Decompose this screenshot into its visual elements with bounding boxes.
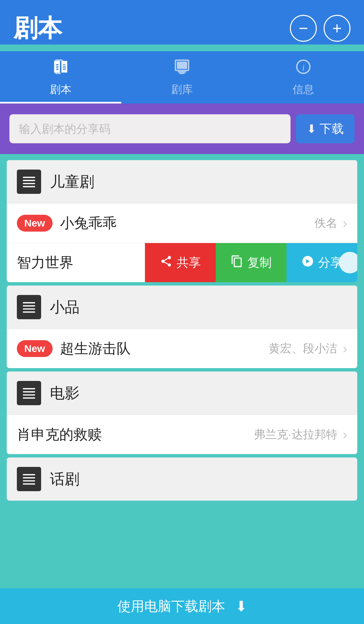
svg-rect-7 [23,180,35,181]
svg-rect-8 [23,183,35,184]
svg-rect-19 [23,477,35,479]
category-card-children: 儿童剧 New 小兔乖乖 佚名 › 智力世界 › 共享 [7,160,357,282]
bottom-bar-label: 使用电脑下载剧本 [117,597,225,616]
category-name-children: 儿童剧 [50,172,94,192]
svg-rect-20 [23,480,35,482]
category-row-sketch[interactable]: 小品 [7,286,357,329]
item-author: 佚名 [314,215,337,231]
svg-rect-18 [23,474,35,475]
list-item[interactable]: 智力世界 › 共享 复制 [7,243,357,282]
svg-rect-1 [177,62,187,69]
forward-icon [301,255,314,271]
chevron-right-icon: › [343,427,347,442]
category-card-sketch: 小品 New 超生游击队 黄宏、段小洁 › [7,286,357,368]
svg-rect-10 [23,302,35,303]
category-name-movie: 电影 [50,383,80,403]
svg-rect-15 [23,391,35,393]
item-title: 肖申克的救赎 [17,425,254,444]
category-name-drama: 话剧 [50,469,80,489]
svg-rect-12 [23,308,35,310]
download-label: 下载 [320,121,344,137]
category-card-drama: 话剧 [7,457,357,501]
list-item[interactable]: New 超生游击队 黄宏、段小洁 › [7,329,357,368]
svg-rect-11 [23,305,35,307]
swipe-copy-label: 复制 [247,255,272,271]
bottom-download-icon: ⬇ [235,598,247,615]
category-icon-drama [17,467,41,491]
new-badge: New [17,215,53,232]
tab-info[interactable]: i 信息 [243,51,364,103]
category-icon-movie [17,381,41,405]
chevron-right-icon: › [343,341,347,356]
book-icon [52,58,69,80]
share-icon [160,255,173,271]
svg-rect-14 [23,388,35,389]
info-icon: i [295,58,312,80]
svg-rect-17 [23,397,35,399]
swipe-share-label: 共享 [177,255,201,271]
app-title: 剧本 [13,12,62,44]
item-author: 弗兰克·达拉邦特 [254,427,337,442]
category-card-movie: 电影 肖申克的救赎 弗兰克·达拉邦特 › [7,372,357,454]
plus-button[interactable]: + [324,15,351,42]
header: 剧本 − + [0,0,364,44]
minus-button[interactable]: − [290,15,317,42]
list-item[interactable]: New 小兔乖乖 佚名 › [7,203,357,243]
swipe-copy-button[interactable]: 复制 [216,243,286,282]
tab-library[interactable]: 剧库 [121,51,243,103]
category-row-drama[interactable]: 话剧 [7,457,357,501]
svg-rect-21 [23,483,35,485]
svg-rect-9 [23,186,35,187]
list-area: 儿童剧 New 小兔乖乖 佚名 › 智力世界 › 共享 [0,154,364,544]
item-title: 小兔乖乖 [60,214,314,233]
svg-rect-13 [23,311,35,313]
tab-script-label: 剧本 [50,82,71,97]
search-input[interactable] [9,114,291,143]
download-icon: ⬇ [307,122,316,136]
new-badge: New [17,340,53,357]
tab-library-label: 剧库 [171,82,193,97]
category-icon-children [17,170,41,194]
category-icon-sketch [17,295,41,319]
svg-rect-16 [23,394,35,396]
swipe-share-button[interactable]: 共享 [145,243,216,282]
bottom-bar[interactable]: 使用电脑下载剧本 ⬇ [0,588,364,624]
item-author: 黄宏、段小洁 [269,341,337,356]
tab-info-label: 信息 [293,82,314,97]
search-area: ⬇ 下载 [0,103,364,154]
swipe-overlay: 共享 复制 分享 [145,243,357,282]
svg-text:i: i [302,63,304,72]
category-row-movie[interactable]: 电影 [7,372,357,415]
item-title: 超生游击队 [60,339,269,358]
library-icon [173,58,191,80]
list-item[interactable]: 肖申克的救赎 弗兰克·达拉邦特 › [7,415,357,454]
copy-icon [231,255,243,271]
tabbar: 剧本 剧库 i 信息 [0,51,364,103]
header-actions: − + [290,15,351,42]
category-name-sketch: 小品 [50,297,80,317]
tab-script[interactable]: 剧本 [0,51,121,103]
download-button[interactable]: ⬇ 下载 [296,114,355,143]
category-row-children[interactable]: 儿童剧 [7,160,357,203]
svg-rect-6 [23,177,35,178]
chevron-right-icon: › [343,216,347,231]
